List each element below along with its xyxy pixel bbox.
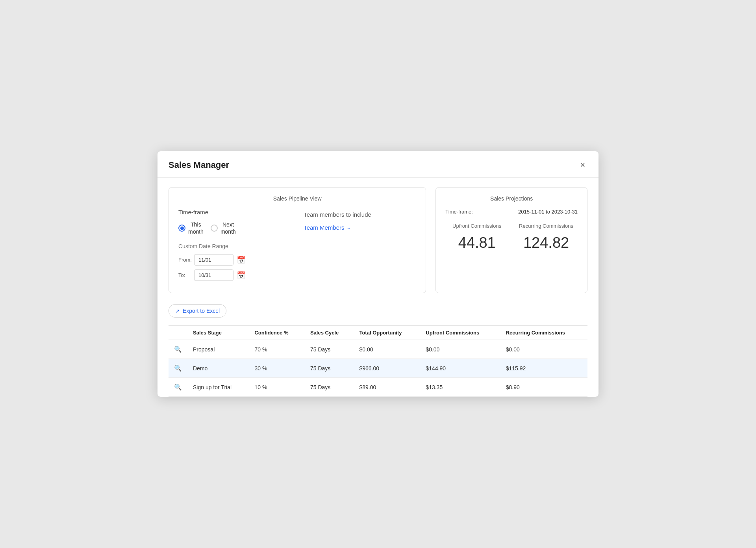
to-date-field: To: 📅 (178, 269, 291, 281)
from-label: From: (178, 257, 191, 263)
custom-date-label: Custom Date Range (178, 243, 291, 249)
col-header-sales-stage: Sales Stage (187, 326, 249, 340)
row-upfront-comm: $144.90 (420, 359, 500, 378)
team-dropdown-label: Team Members (304, 224, 344, 231)
radio-this-month-circle (178, 225, 185, 232)
row-search-icon[interactable]: 🔍 (169, 378, 187, 397)
row-sales-cycle: 75 Days (305, 340, 354, 359)
col-header-icon (169, 326, 187, 340)
sales-table: Sales Stage Confidence % Sales Cycle Tot… (169, 325, 587, 397)
radio-next-month-label: Nextmonth (220, 221, 236, 235)
sales-manager-modal: Sales Manager × Sales Pipeline View Time… (158, 151, 598, 397)
export-label: Export to Excel (183, 308, 220, 314)
row-total-opp: $966.00 (354, 359, 420, 378)
row-upfront-comm: $13.35 (420, 378, 500, 397)
team-dropdown-button[interactable]: Team Members ⌄ (304, 224, 350, 231)
chevron-down-icon: ⌄ (346, 225, 351, 230)
proj-upfront-value: 44.81 (458, 234, 496, 251)
table-row: 🔍 Proposal 70 % 75 Days $0.00 $0.00 $0.0… (169, 340, 587, 359)
table-header: Sales Stage Confidence % Sales Cycle Tot… (169, 326, 587, 340)
table-header-row: Sales Stage Confidence % Sales Cycle Tot… (169, 326, 587, 340)
proj-timeframe-label: Time-frame: (445, 209, 473, 215)
table-row: 🔍 Demo 30 % 75 Days $966.00 $144.90 $115… (169, 359, 587, 378)
close-button[interactable]: × (578, 160, 587, 170)
export-icon: ➚ (175, 308, 180, 314)
row-sales-stage: Proposal (187, 340, 249, 359)
radio-next-month[interactable]: Nextmonth (211, 221, 236, 235)
radio-next-month-circle (211, 225, 218, 232)
projections-panel-title: Sales Projections (445, 195, 578, 202)
modal-header: Sales Manager × (158, 151, 598, 178)
row-confidence: 10 % (249, 378, 304, 397)
to-date-input[interactable] (194, 269, 233, 281)
col-header-sales-cycle: Sales Cycle (305, 326, 354, 340)
timeframe-section: Time-frame Thismonth Nextmonth Custo (178, 209, 291, 285)
proj-recurring-col: Recurring Commissions 124.82 (515, 223, 578, 251)
pipeline-content: Time-frame Thismonth Nextmonth Custo (178, 209, 416, 285)
row-recurring-comm: $0.00 (500, 340, 587, 359)
proj-timeframe: Time-frame: 2015-11-01 to 2023-10-31 (445, 209, 578, 215)
export-section: ➚ Export to Excel (169, 304, 587, 318)
proj-upfront-col: Upfront Commissions 44.81 (445, 223, 508, 251)
proj-recurring-label: Recurring Commissions (519, 223, 573, 230)
top-panels: Sales Pipeline View Time-frame Thismonth… (169, 187, 587, 293)
proj-commissions: Upfront Commissions 44.81 Recurring Comm… (445, 223, 578, 251)
row-sales-stage: Demo (187, 359, 249, 378)
col-header-upfront-comm: Upfront Commissions (420, 326, 500, 340)
row-recurring-comm: $115.92 (500, 359, 587, 378)
from-calendar-icon[interactable]: 📅 (237, 256, 245, 264)
timeframe-label: Time-frame (178, 209, 291, 215)
proj-recurring-value: 124.82 (523, 234, 569, 251)
from-date-field: From: 📅 (178, 254, 291, 266)
projections-panel: Sales Projections Time-frame: 2015-11-01… (435, 187, 587, 293)
modal-title: Sales Manager (169, 160, 229, 170)
col-header-total-opp: Total Opportunity (354, 326, 420, 340)
row-sales-cycle: 75 Days (305, 378, 354, 397)
row-confidence: 30 % (249, 359, 304, 378)
row-search-icon[interactable]: 🔍 (169, 359, 187, 378)
proj-timeframe-value: 2015-11-01 to 2023-10-31 (518, 209, 578, 215)
row-sales-cycle: 75 Days (305, 359, 354, 378)
row-upfront-comm: $0.00 (420, 340, 500, 359)
table-row: 🔍 Sign up for Trial 10 % 75 Days $89.00 … (169, 378, 587, 397)
radio-this-month-label: Thismonth (188, 221, 204, 235)
proj-upfront-label: Upfront Commissions (452, 223, 501, 230)
to-calendar-icon[interactable]: 📅 (237, 271, 245, 280)
to-label: To: (178, 272, 191, 278)
radio-this-month[interactable]: Thismonth (178, 221, 204, 235)
col-header-confidence: Confidence % (249, 326, 304, 340)
radio-group: Thismonth Nextmonth (178, 221, 291, 235)
row-total-opp: $0.00 (354, 340, 420, 359)
pipeline-panel: Sales Pipeline View Time-frame Thismonth… (169, 187, 426, 293)
team-label: Team members to include (304, 210, 416, 219)
pipeline-panel-title: Sales Pipeline View (178, 195, 416, 202)
export-button[interactable]: ➚ Export to Excel (169, 304, 226, 318)
row-confidence: 70 % (249, 340, 304, 359)
row-sales-stage: Sign up for Trial (187, 378, 249, 397)
row-search-icon[interactable]: 🔍 (169, 340, 187, 359)
from-date-input[interactable] (194, 254, 233, 266)
col-header-recurring-comm: Recurring Commissions (500, 326, 587, 340)
table-body: 🔍 Proposal 70 % 75 Days $0.00 $0.00 $0.0… (169, 340, 587, 397)
team-section: Team members to include Team Members ⌄ (304, 209, 416, 231)
row-total-opp: $89.00 (354, 378, 420, 397)
modal-body: Sales Pipeline View Time-frame Thismonth… (158, 178, 598, 397)
row-recurring-comm: $8.90 (500, 378, 587, 397)
